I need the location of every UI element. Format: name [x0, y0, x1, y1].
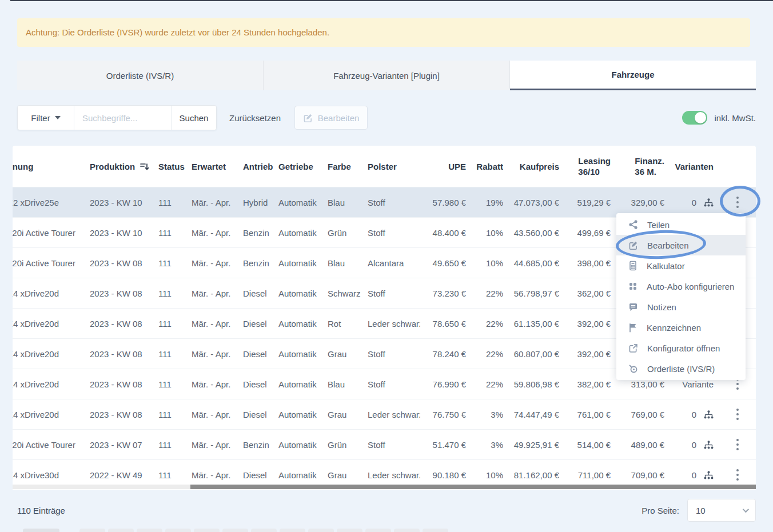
cell-polster: Stoff	[368, 339, 420, 369]
column-header-rabatt[interactable]: Rabatt	[466, 146, 503, 187]
menu-item-bearbeiten[interactable]: Bearbeiten	[616, 235, 746, 255]
pagination-page-button[interactable]	[137, 529, 162, 532]
cell-kaufpreis: 43.560,00 €	[503, 218, 559, 248]
cell-leasing: 519,29 €	[559, 187, 611, 218]
column-header-farbe[interactable]: Farbe	[328, 146, 368, 187]
tab-fahrzeuge-label: Fahrzeuge	[611, 70, 654, 79]
vat-toggle[interactable]	[682, 111, 707, 125]
cell-farbe: Schwarz	[328, 278, 368, 309]
tab-orderliste[interactable]: Orderliste (IVS/R)	[17, 61, 264, 90]
column-header-kaufpreis[interactable]: Kaufpreis	[503, 146, 559, 187]
filter-button[interactable]: Filter	[18, 106, 74, 130]
row-menu-kebab-icon[interactable]	[732, 406, 743, 423]
column-header-erwartet[interactable]: Erwartet	[192, 146, 243, 187]
pagination-peek[interactable]	[23, 529, 448, 532]
column-header-status[interactable]: Status	[158, 146, 192, 187]
variants-tree-icon[interactable]	[704, 198, 714, 207]
cell-upe: 73.230 €	[420, 278, 466, 309]
column-header-getriebe[interactable]: Getriebe	[278, 146, 328, 187]
variants-tree-icon[interactable]	[704, 471, 714, 479]
menu-item-notizen[interactable]: Notizen	[616, 297, 746, 317]
pagination-page-button[interactable]	[194, 529, 220, 532]
cell-erwartet: Mär. - Apr.	[192, 309, 243, 339]
variants-tree-icon[interactable]	[704, 441, 714, 449]
warning-banner-text: Achtung: Die Orderliste (IVSR) wurde zul…	[26, 27, 329, 37]
menu-item-konfigurator[interactable]: Konfigurator öffnen	[616, 338, 746, 358]
pagination-page-button[interactable]	[365, 529, 391, 532]
table-row[interactable]: 220i Active Tourer 2023 - KW 07 111 Mär.…	[13, 430, 756, 460]
cell-antrieb: Benzin	[243, 218, 278, 248]
menu-item-teilen[interactable]: Teilen	[616, 214, 746, 235]
cell-erwartet: Mär. - Apr.	[192, 339, 243, 369]
tab-fahrzeug-varianten[interactable]: Fahrzeug-Varianten [Plugin]	[264, 61, 510, 90]
column-header-bezeichnung[interactable]: Bezeichnung	[13, 146, 90, 187]
cell-actions	[719, 399, 756, 430]
cell-bezeichnung: 220i Active Tourer	[13, 430, 90, 460]
cell-erwartet: Mär. - Apr.	[192, 430, 243, 460]
external-link-icon	[628, 343, 638, 353]
variants-tree-icon[interactable]	[704, 410, 714, 419]
search-input[interactable]	[74, 106, 171, 130]
pagination-page-button[interactable]	[423, 529, 448, 532]
chevron-down-icon	[743, 506, 749, 513]
cell-getriebe: Automatik	[278, 278, 328, 309]
toolbar: Filter Suchen Zurücksetzen Bearbeiten in…	[17, 105, 756, 130]
menu-item-kennzeichnen[interactable]: Kennzeichnen	[616, 317, 746, 338]
menu-item-auto-abo[interactable]: Auto-Abo konfigurieren	[616, 276, 746, 297]
cell-upe: 57.980 €	[420, 187, 466, 218]
pagination-page-button[interactable]	[165, 529, 191, 532]
cell-antrieb: Diesel	[243, 309, 278, 339]
search-button[interactable]: Suchen	[171, 106, 216, 130]
menu-item-kalkulator[interactable]: Kalkulator	[616, 255, 746, 276]
row-menu-kebab-icon[interactable]	[732, 194, 743, 211]
column-header-upe[interactable]: UPE	[420, 146, 466, 187]
cell-leasing: 382,00 €	[559, 369, 611, 399]
per-page-select[interactable]: 10	[687, 499, 756, 522]
cell-farbe: Rot	[328, 309, 368, 339]
column-header-produktion[interactable]: Produktion	[90, 146, 158, 187]
pagination-page-button[interactable]	[79, 529, 105, 532]
edit-button-disabled[interactable]: Bearbeiten	[294, 106, 368, 130]
cell-status: 111	[158, 278, 192, 309]
pagination-page-button[interactable]	[280, 529, 305, 532]
tab-fahrzeuge[interactable]: Fahrzeuge	[510, 61, 756, 90]
cell-status: 111	[158, 218, 192, 248]
column-header-leasing[interactable]: Leasing36/10	[559, 146, 611, 187]
cell-bezeichnung: X4 xDrive20d	[13, 309, 90, 339]
row-context-menu: Teilen Bearbeiten Kalkulator Auto-Abo ko…	[616, 213, 746, 380]
cell-leasing: 392,00 €	[559, 339, 611, 369]
pagination-page-button[interactable]	[337, 529, 362, 532]
column-header-antrieb[interactable]: Antrieb	[243, 146, 278, 187]
grid-icon	[628, 282, 637, 291]
row-menu-kebab-icon[interactable]	[732, 436, 743, 453]
pagination-page-button[interactable]	[222, 529, 248, 532]
table-row[interactable]: X4 xDrive20d 2023 - KW 08 111 Mär. - Apr…	[13, 399, 756, 430]
cell-status: 111	[158, 309, 192, 339]
menu-item-auto-abo-label: Auto-Abo konfigurieren	[647, 282, 734, 291]
horizontal-scrollbar-track[interactable]	[13, 485, 756, 489]
horizontal-scrollbar-thumb[interactable]	[190, 485, 756, 489]
tab-fahrzeug-varianten-label: Fahrzeug-Varianten [Plugin]	[333, 71, 440, 81]
column-header-polster[interactable]: Polster	[368, 146, 420, 187]
cell-farbe: Grau	[328, 399, 368, 430]
tab-bar: Orderliste (IVS/R) Fahrzeug-Varianten [P…	[17, 61, 756, 90]
variants-count: Variante	[682, 379, 714, 389]
pagination-page-button[interactable]	[394, 529, 420, 532]
pagination-page-button[interactable]	[108, 529, 134, 532]
cell-bezeichnung: X4 xDrive20d	[13, 399, 90, 430]
pagination-page-button[interactable]	[23, 529, 59, 532]
cell-farbe: Grün	[328, 218, 368, 248]
cell-status: 111	[158, 248, 192, 278]
cell-kaufpreis: 47.073,00 €	[503, 187, 559, 218]
reset-button[interactable]: Zurücksetzen	[224, 113, 286, 123]
menu-item-notizen-label: Notizen	[647, 302, 676, 312]
cell-bezeichnung: X2 xDrive25e	[13, 187, 90, 218]
pagination-page-button[interactable]	[308, 529, 334, 532]
pencil-square-icon	[303, 113, 313, 123]
menu-item-orderliste[interactable]: Orderliste (IVS/R)	[616, 358, 746, 379]
row-menu-kebab-icon[interactable]	[732, 466, 743, 483]
column-header-varianten[interactable]: Varianten	[664, 146, 719, 187]
column-header-finanz[interactable]: Finanz.36 M.	[611, 146, 664, 187]
edit-button-label: Bearbeiten	[318, 113, 360, 123]
pagination-page-button[interactable]	[251, 529, 277, 532]
